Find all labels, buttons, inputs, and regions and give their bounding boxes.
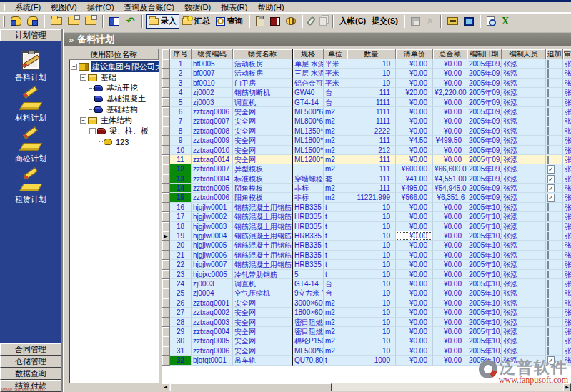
cell-总金额[interactable]: ¥4,551.00 — [433, 174, 467, 184]
cell-审[interactable]: 张 — [563, 251, 571, 260]
cell-清单价[interactable]: ¥20.00 — [396, 88, 433, 97]
sidebar-bottom-button-3[interactable]: 数据查询 — [0, 368, 61, 380]
cell-总金额[interactable]: ¥0.00 — [433, 126, 467, 136]
toolbar-grip[interactable] — [3, 16, 5, 27]
cell-规格[interactable]: HRB335 22 — [293, 260, 324, 269]
cell-审[interactable]: 张 — [563, 203, 571, 212]
cell-单位[interactable]: t — [324, 203, 347, 212]
cell-追加[interactable] — [546, 327, 563, 336]
cell-序号[interactable]: 6 — [170, 107, 192, 116]
cell-编制人员[interactable]: 张泓 — [502, 222, 546, 231]
cell-编制人员[interactable]: 张泓 — [502, 298, 546, 308]
cell-物资名称[interactable]: 钢筋混凝土用钢筋 — [233, 231, 293, 241]
cell-清单价[interactable]: ¥0.00 — [396, 346, 433, 356]
row-selector[interactable] — [162, 59, 170, 69]
cell-物资编码[interactable]: zj0003 — [192, 279, 233, 288]
row-selector[interactable] — [162, 356, 170, 365]
row-selector[interactable]: ▶ — [162, 231, 170, 241]
cell-数量[interactable]: 10 — [347, 327, 396, 336]
cell-单位[interactable]: t — [324, 241, 347, 250]
cell-序号[interactable]: 25 — [170, 288, 192, 298]
cell-编制日期[interactable]: 2005年09月 — [467, 98, 502, 107]
cell-单位[interactable]: t — [324, 251, 347, 260]
cell-序号[interactable]: 9 — [170, 136, 192, 145]
cell-清单价[interactable]: ¥0.00 — [396, 279, 433, 288]
column-header[interactable]: 单位 — [324, 49, 347, 59]
cell-物资编码[interactable]: zztxaq0006 — [192, 107, 233, 116]
cell-总金额[interactable]: ¥0.00 — [433, 116, 467, 126]
cell-编制日期[interactable]: 2005年09月 — [467, 174, 502, 184]
cell-数量[interactable]: 1000 — [347, 356, 396, 365]
cell-单位[interactable]: m2 — [324, 155, 347, 164]
scrollbar-thumb[interactable] — [170, 383, 332, 391]
cell-规格[interactable]: 3000×600 — [293, 298, 324, 308]
cell-清单价[interactable]: ¥0.00 — [396, 222, 433, 231]
cell-编制人员[interactable]: 张泓 — [502, 79, 546, 88]
cell-物资名称[interactable]: 活动板房 — [233, 69, 293, 78]
summary-button[interactable]: 汇总 — [179, 14, 213, 29]
cell-审[interactable]: 张 — [563, 270, 571, 279]
cell-审[interactable]: 张 — [563, 260, 571, 269]
row-selector[interactable] — [162, 260, 170, 269]
cell-追加[interactable] — [546, 98, 563, 107]
cell-清单价[interactable]: ¥566.00 — [396, 193, 433, 202]
cell-物资编码[interactable]: hjgjlw0006 — [192, 251, 233, 260]
cell-数量[interactable]: 10 — [347, 69, 396, 78]
cell-数量[interactable]: 10 — [347, 308, 396, 317]
cell-物资名称[interactable]: 安全网 — [233, 336, 293, 346]
cell-单位[interactable]: m2 — [324, 327, 347, 336]
cell-编制日期[interactable]: 2005年10月 — [467, 308, 502, 317]
print-preview-icon[interactable] — [484, 14, 497, 29]
cell-物资名称[interactable]: 钢筋混凝土用钢筋 — [233, 251, 293, 260]
column-header[interactable]: 物资名称 — [233, 49, 293, 59]
tree-node[interactable]: −建设集团有限公司大 — [71, 61, 159, 72]
cell-序号[interactable]: 30 — [170, 336, 192, 346]
cell-规格[interactable]: ML500*600 — [293, 346, 324, 356]
hand-icon[interactable] — [8, 14, 24, 29]
row-selector[interactable] — [162, 251, 170, 260]
cell-规格[interactable]: HRB335 20 — [293, 251, 324, 260]
cell-规格[interactable]: GW40 — [293, 88, 324, 97]
row-selector[interactable] — [162, 88, 170, 97]
cell-单位[interactable]: m2 — [324, 336, 347, 346]
cell-物资名称[interactable]: 阴角模板 — [233, 184, 293, 193]
cell-编制日期[interactable]: 2005年10月 — [467, 346, 502, 356]
cell-规格[interactable]: ML1500*60 — [293, 146, 324, 155]
cell-总金额[interactable]: ¥0.00 — [433, 318, 467, 327]
column-header[interactable]: 编制日期 — [467, 49, 502, 59]
cell-物资编码[interactable]: zztxdn0006 — [192, 193, 233, 202]
cell-物资编码[interactable]: zztxdn0007 — [192, 164, 233, 174]
cell-数量[interactable]: 111 — [347, 184, 396, 193]
cell-编制人员[interactable]: 张泓 — [502, 288, 546, 298]
row-selector[interactable] — [162, 336, 170, 346]
cell-规格[interactable] — [293, 164, 324, 174]
cell-编制日期[interactable]: 2005年09月 — [467, 59, 502, 69]
excel-export-icon[interactable]: X — [497, 14, 513, 29]
row-selector[interactable] — [162, 79, 170, 88]
cell-规格[interactable]: ML800*600 — [293, 116, 324, 126]
append-checkbox[interactable] — [547, 117, 549, 126]
cell-物资编码[interactable]: bf0007 — [192, 69, 233, 78]
cell-规格[interactable]: 三层 水泥 — [293, 69, 324, 78]
menubar-grip[interactable] — [4, 4, 6, 11]
append-checkbox[interactable]: ✓ — [547, 184, 555, 193]
append-checkbox[interactable] — [547, 108, 549, 116]
cell-规格[interactable]: HRB335 16 — [293, 231, 324, 241]
cell-审[interactable]: 张 — [563, 212, 571, 221]
cell-物资名称[interactable]: 钢筋混凝土用钢筋 — [233, 203, 293, 212]
cell-追加[interactable] — [546, 308, 563, 317]
cell-序号[interactable]: 4 — [170, 88, 192, 97]
cell-规格[interactable]: HRB335 14 — [293, 222, 324, 231]
cell-审[interactable]: 张 — [563, 59, 571, 69]
cell-物资编码[interactable]: zztxaq0007 — [192, 116, 233, 126]
cell-编制人员[interactable]: 张泓 — [502, 241, 546, 250]
cell-单位[interactable]: 台 — [324, 288, 347, 298]
cell-编制人员[interactable]: 张泓 — [502, 184, 546, 193]
cell-序号[interactable]: 7 — [170, 116, 192, 126]
menu-item-帮[interactable]: 帮助(H) — [252, 3, 289, 11]
row-selector[interactable] — [162, 279, 170, 288]
cell-追加[interactable] — [546, 107, 563, 116]
cell-追加[interactable] — [546, 155, 563, 164]
cell-清单价[interactable]: ¥0.00 — [396, 79, 433, 88]
cell-序号[interactable]: 27 — [170, 308, 192, 317]
